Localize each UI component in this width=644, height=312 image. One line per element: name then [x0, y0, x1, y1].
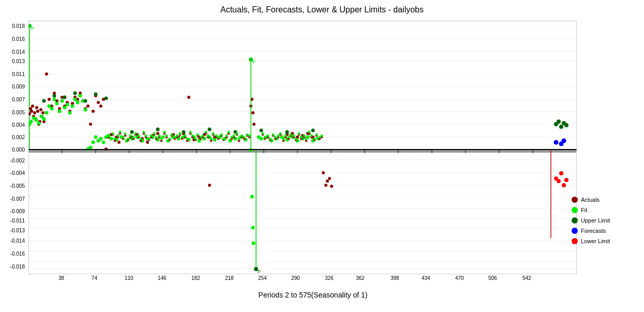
upper-limit-dot — [572, 217, 578, 224]
fit-dot — [572, 207, 578, 213]
y-axis-labels: 0.018 0.016 0.014 0.013 0.011 0.009 0.00… — [0, 21, 27, 274]
svg-point-881 — [274, 136, 277, 139]
svg-point-743 — [564, 178, 568, 182]
x-label-110: 110 — [125, 275, 133, 281]
x-label-146: 146 — [158, 275, 167, 281]
svg-point-634 — [35, 118, 38, 122]
svg-point-837 — [150, 135, 153, 137]
svg-point-894 — [308, 131, 311, 133]
svg-point-733 — [559, 125, 563, 129]
svg-point-628 — [326, 180, 329, 183]
y-label-n014: -0.014 — [10, 238, 25, 244]
svg-point-892 — [303, 135, 306, 137]
svg-point-843 — [166, 135, 168, 137]
svg-point-899 — [321, 135, 323, 137]
x-axis-labels: 38 74 110 146 182 218 254 290 326 362 39… — [28, 275, 577, 286]
svg-point-847 — [176, 135, 178, 137]
svg-point-873 — [243, 136, 246, 139]
svg-point-656 — [92, 141, 95, 144]
svg-point-632 — [29, 120, 33, 124]
y-label-007: 0.007 — [12, 97, 25, 102]
svg-point-862 — [215, 135, 218, 137]
legend-forecasts: Forecasts — [572, 228, 639, 234]
svg-point-872 — [241, 135, 244, 137]
svg-point-880 — [272, 133, 275, 136]
svg-point-829 — [129, 135, 132, 137]
svg-point-875 — [248, 135, 251, 137]
svg-point-572 — [48, 98, 51, 101]
svg-text:P: P — [258, 269, 261, 274]
svg-point-650 — [76, 101, 80, 105]
legend-fit-label: Fit — [581, 207, 587, 213]
svg-point-863 — [217, 136, 220, 139]
svg-point-647 — [68, 111, 72, 115]
y-label-000: 0.000 — [12, 147, 25, 153]
svg-point-888 — [293, 135, 295, 137]
y-label-011: 0.011 — [12, 71, 25, 77]
svg-point-856 — [200, 136, 202, 139]
svg-point-865 — [222, 138, 225, 140]
svg-point-659 — [99, 137, 103, 141]
x-label-74: 74 — [92, 275, 97, 281]
legend-lower-limit-label: Lower Limit — [581, 238, 610, 244]
svg-point-857 — [202, 135, 204, 137]
svg-point-858 — [205, 131, 207, 133]
svg-point-866 — [226, 135, 228, 137]
svg-point-824 — [117, 135, 119, 137]
chart-legend: Actuals Fit Upper Limit Forecasts Lower … — [572, 197, 639, 248]
svg-point-563 — [35, 106, 38, 109]
svg-point-890 — [298, 132, 301, 135]
svg-point-692 — [251, 226, 255, 230]
x-label-254: 254 — [258, 275, 267, 281]
svg-text:P: P — [31, 26, 34, 31]
svg-point-660 — [102, 141, 106, 144]
svg-point-736 — [554, 140, 559, 145]
x-label-434: 434 — [422, 275, 430, 281]
svg-point-869 — [233, 135, 235, 137]
y-label-n016: -0.016 — [10, 251, 25, 257]
svg-point-868 — [231, 136, 233, 139]
svg-point-891 — [300, 136, 303, 139]
svg-point-591 — [97, 101, 100, 104]
svg-point-855 — [197, 133, 199, 136]
legend-upper-limit: Upper Limit — [572, 217, 639, 224]
svg-point-645 — [63, 106, 67, 110]
svg-point-870 — [236, 132, 238, 135]
chart-subtitle: Periods 2 to 575(Seasonality of 1) — [28, 291, 597, 299]
x-label-218: 218 — [225, 275, 234, 281]
svg-point-592 — [99, 105, 102, 108]
svg-point-841 — [160, 138, 163, 140]
svg-point-735 — [564, 123, 568, 127]
svg-point-641 — [53, 98, 56, 101]
svg-point-717 — [53, 94, 56, 98]
svg-point-558 — [30, 110, 33, 113]
svg-point-877 — [264, 136, 266, 139]
svg-point-726 — [208, 128, 212, 131]
svg-point-636 — [40, 115, 43, 118]
svg-point-635 — [37, 122, 41, 125]
svg-point-649 — [73, 98, 77, 101]
svg-point-629 — [328, 177, 331, 180]
svg-point-871 — [238, 138, 241, 140]
svg-point-885 — [284, 135, 287, 137]
svg-point-844 — [169, 138, 171, 140]
svg-point-876 — [262, 132, 264, 135]
svg-point-618 — [251, 111, 254, 114]
svg-point-720 — [84, 99, 87, 103]
svg-point-854 — [194, 138, 197, 140]
svg-point-729 — [286, 130, 289, 134]
svg-point-845 — [171, 133, 173, 136]
svg-point-828 — [127, 138, 130, 140]
y-label-n004: -0.004 — [10, 170, 25, 176]
legend-actuals: Actuals — [572, 197, 639, 203]
svg-point-598 — [117, 141, 121, 144]
svg-point-626 — [322, 171, 325, 174]
svg-point-653 — [84, 108, 87, 112]
svg-point-839 — [155, 136, 158, 139]
svg-point-898 — [319, 136, 321, 139]
svg-point-640 — [50, 107, 54, 111]
svg-point-825 — [119, 131, 122, 133]
svg-point-826 — [122, 136, 125, 139]
svg-point-831 — [134, 132, 137, 135]
svg-point-571 — [45, 72, 48, 76]
